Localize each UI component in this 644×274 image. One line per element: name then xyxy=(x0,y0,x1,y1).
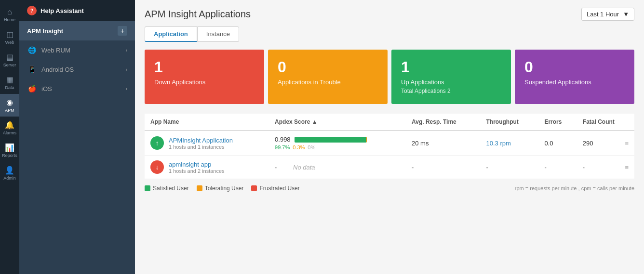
sidebar-item-android-label: Android OS xyxy=(41,66,74,73)
app-subtext-2: 1 hosts and 2 instances xyxy=(169,168,225,174)
sidebar-item-apm-insight[interactable]: APM Insight + xyxy=(19,21,135,40)
stats-cards: 1 Down Applications 0 Applications in Tr… xyxy=(135,50,644,104)
apdex-bar-container-1: 0.998 99.7% 0.3% 0% xyxy=(275,136,400,150)
legend-frustrated: Frustrated User xyxy=(251,185,299,192)
errors-cell-1: 0.0 xyxy=(538,130,577,156)
fatal-count-cell-1: 290 ≡ xyxy=(577,130,634,156)
fatal-count-value-2: - xyxy=(583,164,585,171)
fatal-count-cell-2: - ≡ xyxy=(577,156,634,179)
frustrated-dot xyxy=(251,185,257,191)
table-header-row: App Name Apdex Score ▲ Avg. Resp. Time T… xyxy=(145,114,634,130)
help-icon: ? xyxy=(27,6,37,15)
web-icon: ◫ xyxy=(6,30,13,39)
no-data-label-2: No data xyxy=(293,164,315,171)
data-icon: ▦ xyxy=(6,75,13,84)
admin-icon: 👤 xyxy=(5,166,14,175)
down-apps-number: 1 xyxy=(154,59,255,75)
nav-reports[interactable]: 📊 Reports xyxy=(0,139,19,162)
apdex-cell-2: - No data xyxy=(269,156,406,179)
up-apps-label: Up Applications xyxy=(401,78,501,86)
tolerating-label: Tolerating User xyxy=(205,185,244,192)
nav-alarms[interactable]: 🔔 Alarms xyxy=(0,117,19,139)
android-icon: 📱 xyxy=(27,65,37,74)
sidebar-item-android-left: 📱 Android OS xyxy=(27,65,74,74)
apdex-score-value-2: - xyxy=(275,164,277,171)
avg-resp-cell-2: - xyxy=(406,156,480,179)
apdex-score-value-1: 0.998 xyxy=(275,136,291,143)
apdex-score-row-1: 0.998 xyxy=(275,136,400,143)
sidebar-item-web-rum[interactable]: 🌐 Web RUM › xyxy=(19,40,135,60)
app-name-info-1: APMInsight Application 1 hosts and 1 ins… xyxy=(169,137,233,150)
apdex-cell-1: 0.998 99.7% 0.3% 0% xyxy=(269,130,406,156)
tab-application-label: Application xyxy=(154,30,188,38)
add-button[interactable]: + xyxy=(118,26,127,36)
app-name-inner-1: ↑ APMInsight Application 1 hosts and 1 i… xyxy=(150,136,263,150)
suspended-apps-label: Suspended Applications xyxy=(524,78,625,86)
chevron-right-icon-2: › xyxy=(126,67,127,72)
tab-application[interactable]: Application xyxy=(145,26,197,42)
row-menu-icon-2[interactable]: ≡ xyxy=(625,164,629,171)
apdex-pct-yellow-1: 0.3% xyxy=(293,144,305,150)
nav-home-label: Home xyxy=(4,17,15,22)
total-apps-label: Total Applications 2 xyxy=(401,88,501,94)
sidebar-item-web-rum-label: Web RUM xyxy=(41,47,70,54)
app-name-link-1[interactable]: APMInsight Application xyxy=(169,137,233,144)
apdex-bar-1 xyxy=(295,137,367,143)
status-down-icon-2: ↓ xyxy=(150,160,164,174)
tolerating-dot xyxy=(197,185,202,191)
stat-card-up[interactable]: 1 Up Applications Total Applications 2 xyxy=(391,50,511,104)
apm-icon: ◉ xyxy=(6,98,13,107)
server-icon: ▤ xyxy=(6,52,13,62)
throughput-link-1[interactable]: 10.3 rpm xyxy=(486,140,511,147)
sidebar-top: ? Help Assistant xyxy=(19,0,135,21)
sidebar-item-ios[interactable]: 🍎 iOS › xyxy=(19,79,135,98)
frustrated-label: Frustrated User xyxy=(259,185,299,192)
nav-server-label: Server xyxy=(3,63,16,67)
stat-card-trouble[interactable]: 0 Applications in Trouble xyxy=(268,50,388,104)
chevron-right-icon-3: › xyxy=(126,86,127,91)
chevron-down-icon: ▼ xyxy=(623,11,629,18)
nav-server[interactable]: ▤ Server xyxy=(0,49,19,71)
stat-card-suspended[interactable]: 0 Suspended Applications xyxy=(515,50,634,104)
nav-data[interactable]: ▦ Data xyxy=(0,71,19,94)
satisfied-label: Satisfied User xyxy=(153,185,189,192)
stat-card-down[interactable]: 1 Down Applications xyxy=(145,50,264,104)
time-selector-label: Last 1 Hour xyxy=(587,11,619,18)
avg-resp-cell-1: 20 ms xyxy=(406,130,480,156)
sidebar-item-android-os[interactable]: 📱 Android OS › xyxy=(19,60,135,79)
time-selector[interactable]: Last 1 Hour ▼ xyxy=(581,8,634,21)
reports-icon: 📊 xyxy=(5,143,14,152)
col-app-name: App Name xyxy=(145,114,269,130)
app-name-link-2[interactable]: apminsight app xyxy=(169,161,211,168)
table-row: ↑ APMInsight Application 1 hosts and 1 i… xyxy=(145,130,634,156)
nav-apm-label: APM xyxy=(5,108,14,113)
tab-instance[interactable]: Instance xyxy=(197,26,239,42)
apps-table: App Name Apdex Score ▲ Avg. Resp. Time T… xyxy=(145,114,634,179)
chevron-right-icon: › xyxy=(126,48,127,53)
fatal-count-value-1: 290 xyxy=(583,140,593,147)
throughput-cell-2: - xyxy=(481,156,539,179)
main-content: APM Insight Applications Last 1 Hour ▼ A… xyxy=(135,0,644,274)
apm-insight-label: APM Insight xyxy=(27,27,63,35)
app-name-info-2: apminsight app 1 hosts and 2 instances xyxy=(169,161,225,174)
errors-cell-2: - xyxy=(538,156,577,179)
help-assistant-label: Help Assistant xyxy=(40,7,84,14)
apdex-legend-1: 99.7% 0.3% 0% xyxy=(275,144,400,150)
row-menu-icon-1[interactable]: ≡ xyxy=(625,140,629,147)
nav-apm[interactable]: ◉ APM xyxy=(0,94,19,117)
nav-web[interactable]: ◫ Web xyxy=(0,26,19,49)
trouble-apps-label: Applications in Trouble xyxy=(278,78,378,86)
status-up-icon-1: ↑ xyxy=(150,136,164,150)
nav-data-label: Data xyxy=(5,85,14,90)
col-fatal-count: Fatal Count xyxy=(577,114,634,130)
col-avg-resp: Avg. Resp. Time xyxy=(406,114,480,130)
nav-admin[interactable]: 👤 Admin xyxy=(0,162,19,184)
apdex-pct-green-1: 99.7% xyxy=(275,144,290,150)
sidebar: ? Help Assistant APM Insight + 🌐 Web RUM… xyxy=(19,0,135,274)
nav-home[interactable]: ⌂ Home xyxy=(0,4,19,26)
main-header: APM Insight Applications Last 1 Hour ▼ xyxy=(135,0,644,26)
app-name-cell-2: ↓ apminsight app 1 hosts and 2 instances xyxy=(145,156,269,179)
table-container: App Name Apdex Score ▲ Avg. Resp. Time T… xyxy=(135,114,644,179)
suspended-apps-number: 0 xyxy=(524,59,625,75)
legend-note: rpm = requests per minute , cpm = calls … xyxy=(515,185,634,191)
